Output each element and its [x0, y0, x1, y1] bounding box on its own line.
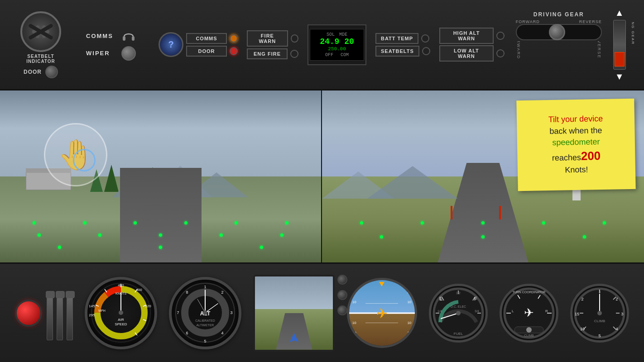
gear-slider-track[interactable]: [516, 24, 602, 40]
emergency-button[interactable]: [15, 300, 42, 327]
seatbelt-indicator-section: SEATBELT INDICATOR DOOR: [5, 11, 77, 78]
question-dial[interactable]: ?: [159, 32, 183, 57]
comms-indicator-section: ? COMMS DOOR: [159, 32, 238, 57]
camera-side-buttons: [337, 275, 347, 315]
landing-gear-up-arrow[interactable]: ▲: [615, 8, 624, 18]
wiper-row: WIPER: [86, 46, 149, 61]
high-alt-warn-label[interactable]: HIGH ALT WARN: [439, 28, 494, 44]
svg-point-48: [203, 310, 207, 315]
svg-text:CALIBRATED: CALIBRATED: [195, 319, 215, 322]
fuel-gauge[interactable]: E F FUEL 1/4 1/2 3/4 D.C.: [429, 284, 488, 343]
viewport-left[interactable]: 🤚: [0, 90, 322, 262]
wiper-label: WIPER: [86, 50, 118, 57]
runway-lights-left-2: [0, 233, 321, 237]
radio-display-section: SOL MDE 24.9 20 250.00 OFF COM: [308, 24, 366, 65]
svg-text:D.C. ELEC: D.C. ELEC: [451, 305, 466, 308]
wiper-knob[interactable]: [121, 46, 136, 61]
ai-num-br2: 20: [407, 331, 411, 335]
svg-text:L: L: [512, 309, 514, 313]
ai-num-tl: 10: [352, 300, 356, 304]
svg-point-19: [119, 310, 123, 315]
radio-sol: SOL: [327, 32, 335, 37]
fuel-gauge-svg: E F FUEL 1/4 1/2 3/4 D.C.: [431, 286, 485, 340]
sticky-note-text: Tilt your device back when the speedomet…: [548, 113, 604, 176]
svg-point-54: [456, 311, 461, 315]
landing-gear-red-block: [615, 52, 625, 67]
low-alt-warn-row: LOW ALT WARN: [439, 45, 505, 62]
svg-text:3: 3: [621, 312, 623, 316]
radio-frequency: 24.9 20: [320, 37, 354, 46]
svg-text:MPH: MPH: [98, 309, 106, 312]
camera-btn-1[interactable]: [337, 275, 347, 285]
batt-seatbelt-section: BATT TEMP SEATBELTS: [375, 33, 430, 57]
sticky-line3: speedometer: [552, 137, 600, 147]
gear-knob[interactable]: [549, 24, 565, 40]
speedometer-gauge[interactable]: AIR SPEED MPH KNOTS 480 400 320 145 295: [85, 277, 157, 349]
door-warn-light: [230, 47, 238, 55]
camera-btn-3[interactable]: [337, 305, 347, 315]
batt-temp-light: [421, 34, 429, 43]
svg-text:1/2: 1/2: [456, 291, 461, 295]
svg-text:✈: ✈: [524, 306, 534, 319]
lever-2[interactable]: [57, 295, 63, 340]
svg-text:E: E: [439, 296, 442, 301]
svg-text:3/4: 3/4: [475, 310, 479, 313]
high-alt-warn-row: HIGH ALT WARN: [439, 28, 505, 44]
svg-text:FORWARD: FORWARD: [516, 41, 521, 59]
landing-gear-down-arrow[interactable]: ▼: [615, 71, 624, 82]
low-alt-warn-label[interactable]: LOW ALT WARN: [439, 45, 494, 62]
svg-text:8: 8: [186, 290, 188, 295]
svg-marker-12: [367, 166, 458, 199]
landing-gear-section: ▲ ▼ LANDING GEAR: [613, 8, 637, 82]
headphone-icon[interactable]: [121, 29, 136, 43]
svg-text:LANDING GEAR: LANDING GEAR: [630, 22, 634, 45]
svg-text:4: 4: [615, 327, 618, 331]
attitude-indicator[interactable]: 10 10 10 10 20 20 20 20 ✈: [347, 278, 417, 348]
seatbelts-label[interactable]: SEATBELTS: [375, 46, 419, 57]
main-viewport: 🤚: [0, 90, 644, 262]
viewport-right[interactable]: Tilt your device back when the speedomet…: [322, 90, 644, 262]
runway-lights-right: [322, 221, 644, 224]
eng-fire-label[interactable]: ENG FIRE: [247, 48, 288, 59]
touch-ring: [73, 149, 96, 171]
reverse-label: REVERSE: [579, 19, 602, 24]
turn-coordinator-gauge[interactable]: TURN COORDINATOR ✈ L R CLIMB: [500, 284, 558, 343]
fire-warn-section: FIRE WARN ENG FIRE: [247, 30, 298, 59]
comms-label: COMMS: [86, 33, 118, 39]
lever-3[interactable]: [67, 295, 73, 340]
climb-gauge[interactable]: 1 2 3 4 5 10 15 2 CLIMB: [570, 284, 629, 343]
seatbelt-dial[interactable]: [20, 11, 61, 52]
svg-text:15: 15: [575, 312, 579, 316]
lever-1[interactable]: [47, 295, 53, 340]
altimeter-gauge[interactable]: ALT CALIBRATED ALTIMETER 1 2 3 4 5 6 7 8: [169, 277, 241, 349]
seatbelt-label-line1: SEATBELT: [26, 54, 55, 59]
eng-fire-light: [290, 50, 298, 58]
reverse-text-svg: REVERSE: [596, 41, 602, 77]
runway-lights-right-2: [322, 235, 644, 238]
batt-temp-label[interactable]: BATT TEMP: [375, 33, 418, 44]
fire-warn-label[interactable]: FIRE WARN: [247, 30, 288, 47]
svg-text:TURN COORDINATOR: TURN COORDINATOR: [512, 291, 545, 294]
hand-circle: 🤚: [44, 123, 107, 186]
door-knob[interactable]: [45, 66, 58, 78]
radio-top-row: SOL MDE: [327, 32, 347, 37]
camera-screen[interactable]: [253, 275, 335, 352]
comms-warn-label[interactable]: COMMS: [186, 33, 227, 44]
runway-marker-right: [499, 206, 501, 219]
camera-btn-2[interactable]: [337, 290, 347, 300]
gear-fw-rev-labels: FORWARD REVERSE: [516, 19, 602, 24]
landing-gear-label-svg: LANDING GEAR: [629, 22, 637, 67]
comms-row: COMMS: [86, 29, 149, 43]
seatbelts-row: SEATBELTS: [375, 46, 430, 57]
svg-text:FUEL: FUEL: [453, 332, 463, 336]
landing-gear-arrows: ▲ ▼: [613, 8, 626, 82]
speedometer-svg: AIR SPEED MPH KNOTS 480 400 320 145 295: [88, 280, 154, 346]
svg-text:1: 1: [204, 285, 206, 289]
radio-mde: MDE: [339, 32, 347, 37]
comms-warn-row: COMMS: [186, 33, 238, 44]
throttle-levers: [47, 286, 73, 340]
radio-display: SOL MDE 24.9 20 250.00 OFF COM: [310, 29, 364, 61]
svg-text:R: R: [545, 309, 548, 313]
door-warn-label[interactable]: DOOR: [186, 46, 227, 57]
radio-off-label: OFF: [325, 52, 333, 57]
